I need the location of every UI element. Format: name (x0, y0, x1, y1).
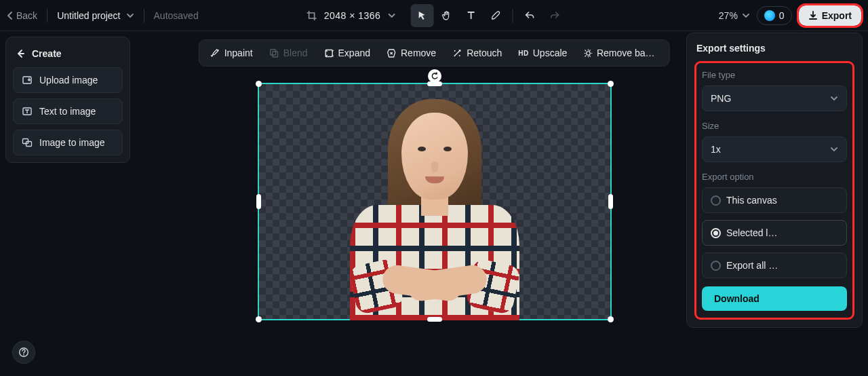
chevron-down-icon (387, 12, 395, 19)
upscale-button[interactable]: HD Upscale (511, 43, 574, 63)
export-label: Export (822, 10, 852, 21)
help-button[interactable] (12, 341, 35, 364)
upscale-icon: HD (518, 50, 528, 57)
export-settings-panel: Export settings File type PNG Size 1x Ex… (686, 33, 863, 328)
zoom-dropdown[interactable]: 27% (719, 10, 750, 21)
upload-image-button[interactable]: Upload image (13, 67, 123, 93)
resize-handle-s[interactable] (427, 317, 442, 322)
zoom-value: 27% (719, 10, 738, 21)
svg-point-9 (454, 50, 456, 52)
project-name-dropdown[interactable]: Untitled project (57, 10, 134, 21)
radio-label: Export all … (726, 260, 778, 271)
action-label: Blend (283, 48, 308, 58)
radio-icon (711, 195, 721, 206)
resize-handle-nw[interactable] (256, 81, 262, 87)
inpaint-button[interactable]: Inpaint (203, 43, 260, 63)
redo-button[interactable] (542, 4, 566, 27)
export-option-selected-layer[interactable]: Selected l… (702, 220, 847, 246)
size-value: 1x (711, 144, 721, 155)
pointer-icon (416, 10, 427, 21)
image-to-image-button[interactable]: Image to image (13, 130, 123, 155)
separator (47, 9, 47, 22)
back-label: Back (16, 10, 37, 21)
crop-icon (307, 10, 317, 21)
undo-icon (524, 10, 535, 21)
credits-pill[interactable]: 0 (757, 6, 792, 25)
action-label: Retouch (467, 48, 502, 58)
file-type-label: File type (702, 70, 847, 80)
arrow-left-icon (16, 49, 25, 58)
pointer-tool[interactable] (410, 4, 433, 27)
download-button[interactable]: Download (702, 286, 847, 311)
retouch-button[interactable]: Retouch (446, 43, 509, 63)
top-bar-right: 27% 0 Export (719, 5, 861, 26)
export-option-this-canvas[interactable]: This canvas (702, 187, 847, 213)
separator (512, 9, 513, 22)
resize-handle-e[interactable] (608, 194, 613, 209)
export-option-group: This canvas Selected l… Export all … (702, 187, 847, 278)
rotate-icon (431, 72, 439, 80)
canvas-action-bar: Inpaint Blend Expand Remove Retouch HD U… (199, 39, 670, 67)
credits-value: 0 (779, 10, 785, 21)
redo-icon (549, 10, 559, 21)
image-to-image-icon (22, 137, 33, 148)
rotate-handle[interactable] (428, 69, 441, 83)
save-status: Autosaved (154, 10, 199, 21)
chevron-down-icon (830, 146, 838, 153)
resize-handle-n[interactable] (427, 81, 442, 86)
remove-button[interactable]: Remove (380, 43, 443, 63)
blend-icon (269, 48, 279, 58)
svg-rect-6 (271, 50, 276, 55)
project-name: Untitled project (57, 10, 120, 21)
export-option-label: Export option (702, 172, 847, 182)
brush-icon (490, 10, 500, 21)
file-type-select[interactable]: PNG (702, 86, 847, 111)
export-settings-body: File type PNG Size 1x Export option This… (696, 63, 852, 318)
brush-tool[interactable] (484, 4, 507, 27)
expand-button[interactable]: Expand (317, 43, 377, 63)
action-label: Remove back… (597, 48, 658, 58)
export-option-export-all[interactable]: Export all … (702, 252, 847, 278)
resize-handle-ne[interactable] (608, 81, 614, 87)
canvas-dimensions-button[interactable]: 2048 × 1366 (302, 7, 400, 24)
svg-point-10 (459, 55, 460, 56)
remove-bg-icon (583, 48, 593, 58)
radio-label: This canvas (726, 195, 777, 206)
credits-icon (764, 10, 775, 21)
dimensions-text: 2048 × 1366 (324, 10, 381, 21)
remove-background-button[interactable]: Remove back… (576, 43, 665, 63)
download-label: Download (714, 293, 760, 304)
undo-button[interactable] (518, 4, 541, 27)
svg-point-5 (218, 50, 219, 51)
sidebar-item-label: Upload image (39, 75, 98, 86)
back-button[interactable]: Back (7, 10, 37, 21)
download-icon (808, 11, 818, 20)
create-sidebar: Create Upload image Text to image Image … (5, 37, 130, 163)
action-label: Expand (338, 48, 370, 58)
chevron-down-icon (126, 12, 134, 19)
top-bar: Back Untitled project Autosaved 2048 × 1… (0, 0, 868, 31)
chevron-down-icon (742, 12, 750, 19)
canvas-subject-person (340, 90, 530, 320)
action-label: Inpaint (224, 48, 253, 58)
help-icon (18, 347, 29, 358)
export-button[interactable]: Export (799, 5, 861, 26)
resize-handle-se[interactable] (608, 316, 614, 322)
resize-handle-sw[interactable] (256, 316, 262, 322)
blend-button: Blend (262, 43, 315, 63)
radio-icon (711, 261, 721, 271)
top-bar-left: Back Untitled project Autosaved (7, 9, 199, 22)
sidebar-item-label: Text to image (39, 106, 96, 117)
create-header[interactable]: Create (13, 45, 123, 67)
action-label: Upscale (533, 48, 568, 58)
expand-icon (324, 48, 334, 58)
inpaint-icon (210, 48, 220, 58)
text-to-image-button[interactable]: Text to image (13, 98, 123, 124)
hand-tool[interactable] (435, 4, 458, 27)
canvas-selection[interactable] (258, 83, 612, 320)
create-label: Create (32, 48, 62, 59)
resize-handle-w[interactable] (256, 194, 261, 209)
size-select[interactable]: 1x (702, 136, 847, 162)
text-tool[interactable] (459, 4, 482, 27)
upload-image-icon (22, 75, 33, 86)
